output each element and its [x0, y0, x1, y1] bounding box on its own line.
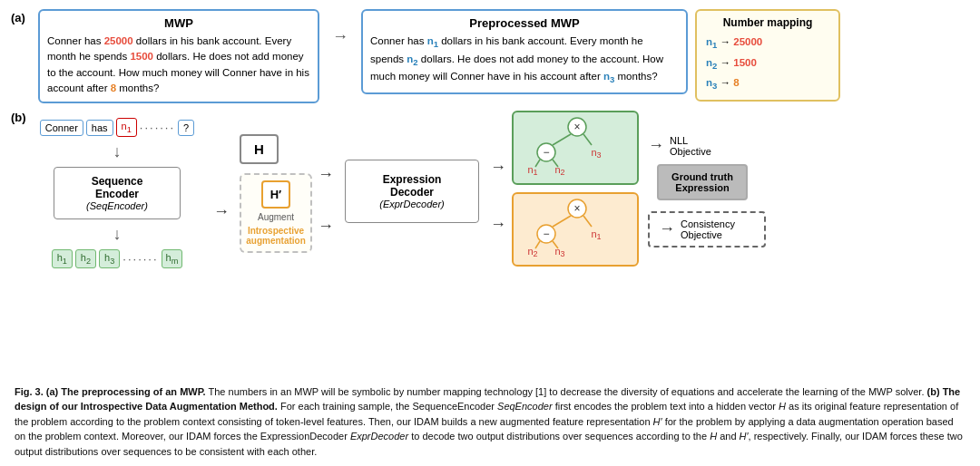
svg-text:n2: n2 [554, 164, 564, 177]
mapping-row-2: n2 → 1500 [706, 53, 829, 74]
main-container: (a) MWP Conner has 25000 dollars in his … [0, 0, 980, 466]
down-arrow-2: ↓ [113, 225, 122, 244]
green-tree-svg: × − n3 n1 n2 [519, 116, 635, 180]
number-mapping-title: Number mapping [706, 16, 829, 29]
svg-text:n3: n3 [554, 246, 564, 258]
h1-token: h1 [52, 249, 73, 268]
ground-truth-box: Ground truthExpression [657, 164, 748, 200]
tree-box-green: × − n3 n1 n2 [512, 111, 639, 185]
preprocessed-content: Conner has n1 dollars in his bank accoun… [370, 34, 679, 87]
svg-line-16 [583, 216, 592, 227]
decoder-subtitle: (ExprDecoder) [358, 199, 466, 209]
objectives-section: → NLLObjective Ground truthExpression → … [648, 135, 766, 248]
hm-token: hm [162, 249, 183, 268]
expr-decoder-box: ExpressionDecoder (ExprDecoder) [345, 160, 479, 223]
dots-input: ······· [140, 121, 175, 134]
caption-part-a-bold: (a) The preprocessing of an MWP. [46, 386, 206, 397]
augment-dashed: H′ Augment Introspectiveaugmentation [240, 173, 312, 253]
augment-label: Augment [258, 212, 294, 222]
svg-line-9 [535, 160, 540, 167]
diagram-area: Conner has n1 ······· ? ↓ SequenceEncode… [31, 109, 969, 268]
preprocessed-box: Preprocessed MWP Conner has n1 dollars i… [361, 9, 688, 94]
dots-hidden: ······· [122, 252, 158, 266]
H-box: H [240, 134, 279, 164]
mwp-title: MWP [47, 16, 310, 30]
mwp-box: MWP Conner has 25000 dollars in his bank… [38, 9, 319, 103]
consistency-label: ConsistencyObjective [681, 218, 735, 240]
consistency-row: → ConsistencyObjective [659, 218, 735, 240]
mapping-row-3: n3 → 8 [706, 73, 829, 94]
svg-line-5 [583, 134, 592, 145]
input-sequence: Conner has n1 ······· ? [40, 118, 194, 137]
part-a-label: (a) [11, 11, 27, 24]
mapping-row-1: n1 → 25000 [706, 33, 829, 53]
svg-line-4 [553, 134, 571, 145]
part-b-section: (b) Conner has n1 ······· ? ↓ SequenceEn… [11, 109, 969, 375]
h3-token: h3 [99, 249, 120, 268]
trees-section: × − n3 n1 n2 [512, 111, 648, 267]
encoder-box: SequenceEncoder (SeqEncoder) [54, 167, 181, 219]
h-boxes-section: H H′ Augment Introspectiveaugmentation [240, 134, 312, 253]
encoder-title: SequenceEncoder [65, 175, 169, 200]
svg-text:×: × [573, 202, 580, 215]
decoder-title: ExpressionDecoder [358, 173, 466, 199]
prep-n2: n2 [407, 53, 417, 64]
encoder-subtitle: (SeqEncoder) [65, 200, 169, 211]
h-to-dec-arrow: → → [312, 133, 339, 236]
svg-line-20 [535, 241, 540, 248]
token-n1: n1 [116, 118, 137, 137]
svg-text:n3: n3 [591, 147, 601, 160]
consistency-arrow: → [659, 219, 675, 238]
prep-n1: n1 [427, 35, 438, 46]
consistency-dashed: → ConsistencyObjective [648, 211, 766, 248]
token-question: ? [178, 120, 194, 136]
n3-value: 8 [111, 83, 116, 93]
prep-n3: n3 [603, 71, 614, 82]
svg-text:−: − [543, 146, 549, 159]
h-row: H [240, 134, 312, 164]
hidden-sequence: h1 h2 h3 ······· hm [52, 249, 183, 268]
preprocessed-title: Preprocessed MWP [370, 16, 679, 30]
token-conner: Conner [40, 120, 83, 136]
arrow-sep-1: → [327, 27, 354, 46]
n1-value: 25000 [104, 35, 133, 46]
token-has: has [86, 120, 113, 136]
down-arrow-1: ↓ [113, 142, 122, 161]
caption: Fig. 3. (a) The preprocessing of an MWP.… [11, 384, 969, 460]
mwp-content: Conner has 25000 dollars in his bank acc… [47, 34, 310, 96]
svg-text:×: × [573, 121, 580, 133]
decoder-section: ExpressionDecoder (ExprDecoder) [339, 160, 485, 223]
n2-value: 1500 [130, 51, 153, 62]
fig-num: Fig. 3. [15, 386, 44, 397]
h2-token: h2 [75, 249, 96, 268]
enc-to-h-arrow: → [203, 148, 240, 221]
caption-part-a-text: The numbers in an MWP will be symbolic b… [209, 386, 925, 397]
nll-arrow: → [648, 136, 664, 155]
introspective-label: Introspectiveaugmentation [246, 226, 306, 246]
nll-row: → NLLObjective [648, 135, 766, 157]
nll-label: NLLObjective [670, 135, 711, 157]
number-mapping-box: Number mapping n1 → 25000 n2 → 1500 n3 →… [695, 9, 840, 102]
orange-tree-svg: × − n1 n2 n3 [519, 198, 635, 261]
encoder-section: Conner has n1 ······· ? ↓ SequenceEncode… [31, 118, 203, 268]
tree-box-orange: × − n1 n2 n3 [512, 192, 639, 267]
part-a-section: (a) MWP Conner has 25000 dollars in his … [11, 9, 969, 103]
svg-text:n1: n1 [591, 228, 601, 241]
dec-to-trees-arrow: → → [485, 135, 512, 234]
H-prime-box: H′ [261, 180, 291, 209]
part-b-label: (b) [11, 111, 27, 124]
svg-text:−: − [543, 228, 549, 240]
svg-line-15 [553, 216, 571, 227]
